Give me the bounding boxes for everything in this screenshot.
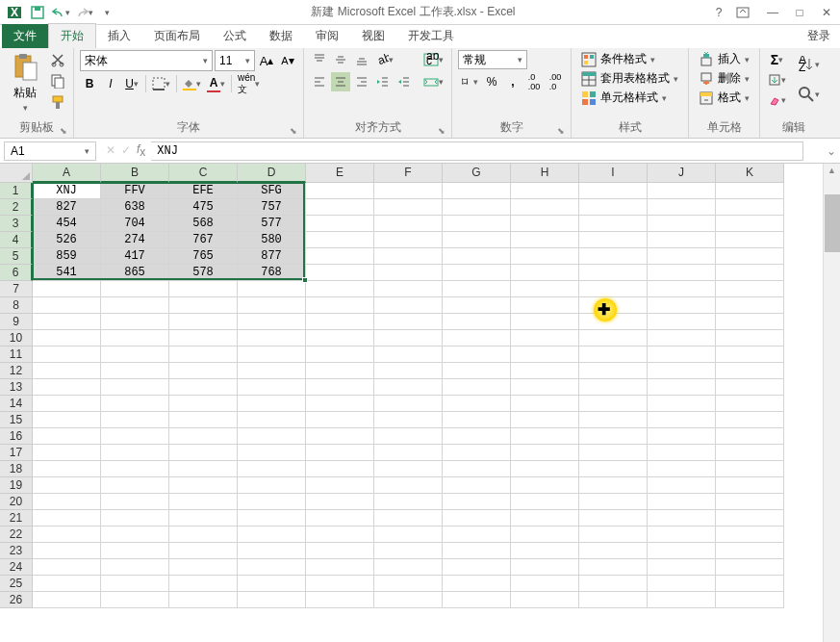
cell[interactable] — [443, 445, 511, 461]
col-header[interactable]: G — [443, 164, 511, 183]
cell[interactable] — [306, 363, 374, 379]
row-header[interactable]: 10 — [0, 330, 33, 347]
cell[interactable] — [443, 379, 511, 396]
font-size-combo[interactable]: 11▾ — [215, 50, 255, 71]
comma-icon[interactable]: , — [503, 72, 522, 91]
cell[interactable] — [101, 559, 169, 576]
number-format-combo[interactable]: 常规▾ — [458, 50, 527, 69]
fill-button[interactable]: ▾ — [766, 70, 788, 90]
cell[interactable] — [648, 199, 716, 216]
cell[interactable] — [716, 510, 784, 526]
cell[interactable] — [511, 183, 579, 199]
cell[interactable] — [101, 526, 169, 543]
font-launcher-icon[interactable]: ⬊ — [290, 126, 297, 136]
cell[interactable] — [648, 576, 716, 592]
cell[interactable] — [306, 199, 374, 216]
help-icon[interactable]: ? — [709, 6, 728, 19]
cell[interactable] — [443, 265, 511, 281]
cell[interactable] — [33, 526, 101, 543]
cell[interactable] — [511, 216, 579, 232]
cell[interactable] — [443, 232, 511, 248]
ribbon-options-icon[interactable] — [736, 7, 755, 18]
cell[interactable] — [648, 412, 716, 428]
cell[interactable] — [374, 477, 443, 494]
cell[interactable] — [101, 281, 169, 297]
font-color-button[interactable]: A▾ — [205, 74, 227, 93]
cell[interactable] — [443, 183, 511, 199]
cell[interactable] — [579, 559, 648, 576]
cell[interactable] — [33, 576, 101, 592]
minimize-icon[interactable]: — — [763, 6, 782, 19]
border-button[interactable]: ▾ — [150, 74, 172, 93]
cell[interactable] — [374, 543, 443, 559]
cell[interactable] — [374, 265, 443, 281]
cell[interactable] — [238, 543, 306, 559]
cell[interactable] — [443, 559, 511, 576]
cell[interactable] — [238, 559, 306, 576]
cell[interactable]: 274 — [101, 232, 169, 248]
cell[interactable] — [33, 559, 101, 576]
cell[interactable] — [648, 477, 716, 494]
scroll-thumb[interactable] — [825, 194, 840, 252]
save-icon[interactable] — [27, 2, 48, 23]
cell[interactable] — [374, 232, 443, 248]
cell[interactable] — [33, 543, 101, 559]
qat-customize-icon[interactable]: ▾ — [96, 2, 117, 23]
cell[interactable] — [374, 330, 443, 347]
cell[interactable] — [443, 216, 511, 232]
cell[interactable] — [374, 494, 443, 510]
tab-review[interactable]: 审阅 — [304, 24, 350, 48]
cell[interactable] — [238, 297, 306, 314]
cell[interactable] — [648, 510, 716, 526]
col-header[interactable]: C — [169, 164, 238, 183]
cell[interactable] — [374, 559, 443, 576]
cell[interactable] — [169, 412, 238, 428]
cell[interactable] — [511, 363, 579, 379]
cell[interactable] — [443, 297, 511, 314]
align-center-icon[interactable] — [331, 72, 350, 91]
fill-handle[interactable] — [302, 277, 308, 283]
align-middle-icon[interactable] — [331, 50, 350, 69]
cell[interactable] — [716, 314, 784, 330]
cell[interactable] — [238, 526, 306, 543]
cell[interactable] — [238, 379, 306, 396]
cell[interactable] — [306, 183, 374, 199]
cell[interactable] — [511, 477, 579, 494]
decrease-font-icon[interactable]: A▾ — [278, 51, 297, 70]
cell[interactable]: 859 — [33, 248, 101, 265]
cell[interactable] — [306, 232, 374, 248]
cell[interactable] — [511, 265, 579, 281]
cell[interactable] — [648, 559, 716, 576]
cell[interactable] — [511, 445, 579, 461]
cell[interactable] — [648, 396, 716, 412]
excel-icon[interactable]: X — [4, 2, 25, 23]
cell[interactable] — [648, 428, 716, 445]
cell[interactable] — [238, 428, 306, 445]
cell[interactable] — [169, 543, 238, 559]
cell[interactable] — [101, 592, 169, 608]
cell[interactable] — [33, 330, 101, 347]
cell[interactable] — [33, 347, 101, 363]
row-header[interactable]: 11 — [0, 347, 33, 363]
cell[interactable] — [169, 281, 238, 297]
cell[interactable] — [238, 461, 306, 477]
cell[interactable] — [374, 183, 443, 199]
cell[interactable] — [33, 510, 101, 526]
cell[interactable] — [101, 363, 169, 379]
cell[interactable] — [306, 494, 374, 510]
cell[interactable] — [374, 592, 443, 608]
cell[interactable] — [511, 248, 579, 265]
font-name-combo[interactable]: 宋体▾ — [80, 50, 213, 71]
cell[interactable] — [716, 216, 784, 232]
cell[interactable] — [648, 183, 716, 199]
cell[interactable] — [579, 592, 648, 608]
cell[interactable] — [716, 477, 784, 494]
cell[interactable] — [306, 347, 374, 363]
cell[interactable] — [33, 297, 101, 314]
cell[interactable] — [716, 445, 784, 461]
cell[interactable] — [716, 396, 784, 412]
sort-filter-button[interactable]: AZ▾ — [796, 50, 822, 79]
cell[interactable] — [716, 363, 784, 379]
row-header[interactable]: 17 — [0, 445, 33, 461]
cell[interactable] — [238, 347, 306, 363]
